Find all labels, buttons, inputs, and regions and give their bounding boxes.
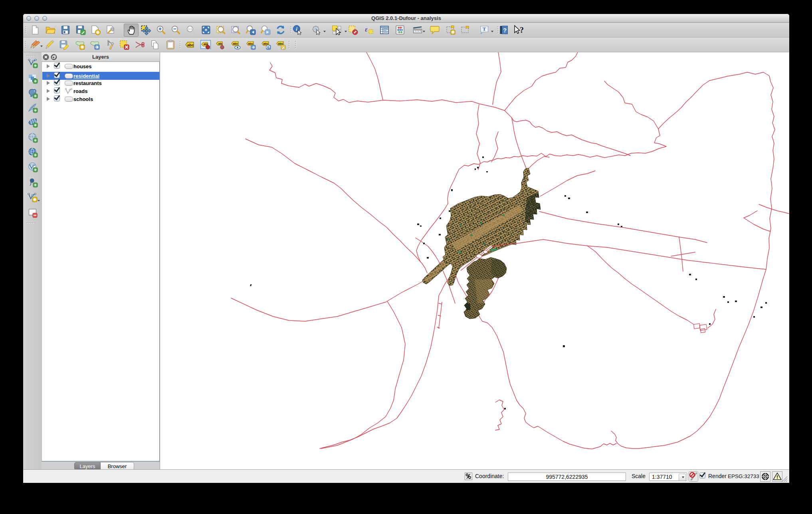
svg-text:abc: abc [187,43,194,47]
svg-text:T: T [483,26,486,32]
svg-text:1:1: 1:1 [188,28,192,30]
svg-text:abc: abc [278,42,283,45]
svg-text:abc: abc [233,42,238,45]
svg-text:ε: ε [365,26,368,33]
svg-text:abc: abc [263,42,269,45]
svg-text:?: ? [520,26,524,34]
svg-text:?: ? [503,27,507,34]
svg-text:abc: abc [248,42,254,45]
svg-text:ab: ab [218,42,222,45]
svg-text:i: i [296,26,297,32]
